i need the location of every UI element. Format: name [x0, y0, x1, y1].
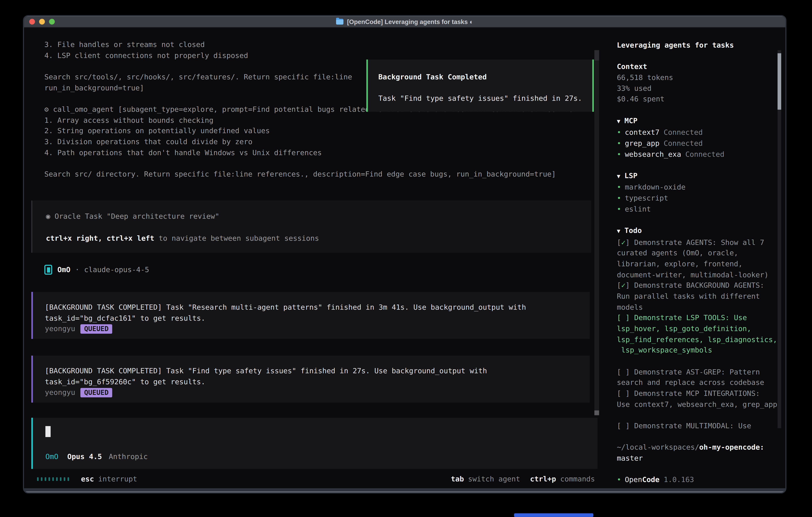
- collapse-icon: ▼: [617, 173, 620, 180]
- lsp-item-name: markdown-oxide: [625, 183, 686, 191]
- checkbox-bracket: ]: [626, 368, 634, 376]
- spacer: [46, 222, 591, 233]
- checkbox-state-icon: [621, 421, 626, 430]
- terminal-line: 4. LSP client connections not properly d…: [45, 50, 599, 61]
- esc-key-hint: esc: [81, 474, 94, 485]
- lsp-list: •markdown-oxide•typescript•eslint: [617, 182, 777, 214]
- shortcut-hint: to navigate between subagent sessions: [154, 234, 319, 242]
- close-button[interactable]: [29, 19, 35, 25]
- bullet-icon: •: [617, 205, 621, 213]
- desktop: [OpenCode] Leveraging agents for tasks ◐…: [0, 0, 812, 517]
- bullet-icon: •: [617, 139, 621, 147]
- input-provider-name: Anthropic: [109, 451, 148, 462]
- app-window: [OpenCode] Leveraging agents for tasks ◐…: [23, 15, 786, 493]
- todo-item-text: Demonstrate BACKGROUND AGENTS: Run paral…: [617, 281, 764, 311]
- shortcut-keys: ctrl+x right, ctrl+x left: [46, 234, 154, 242]
- prompt-input[interactable]: OmO Opus 4.5 Anthropic: [31, 418, 598, 469]
- workspace-prefix: ~/local-workspaces/: [617, 443, 699, 451]
- mcp-item-status: Connected: [685, 149, 724, 158]
- checkbox-state-icon: ✓: [621, 238, 626, 246]
- task-message-meta: yeongyu QUEUED: [45, 324, 590, 334]
- mcp-heading[interactable]: ▼MCP: [617, 115, 777, 127]
- mcp-item-name: context7: [625, 128, 660, 136]
- sidebar: Leveraging agents for tasks Context 66,5…: [599, 28, 785, 488]
- context-spent: $0.46 spent: [617, 93, 777, 104]
- collapse-icon: ▼: [617, 118, 620, 125]
- workspace-path: ~/local-workspaces/oh-my-opencode: maste…: [617, 442, 777, 463]
- bullet-icon: •: [617, 149, 621, 158]
- sidebar-scrollbar-thumb[interactable]: [778, 53, 781, 110]
- oracle-task-hint: ctrl+x right, ctrl+x left to navigate be…: [46, 233, 591, 244]
- checkbox-bracket: [: [617, 238, 621, 246]
- session-title: Leveraging agents for tasks: [617, 39, 777, 50]
- checkbox-bracket: [: [617, 421, 621, 430]
- context-used: 33% used: [617, 83, 777, 93]
- window-titlebar[interactable]: [OpenCode] Leveraging agents for tasks ◐: [24, 16, 785, 28]
- app-version-row: •OpenCode1.0.163: [617, 474, 777, 485]
- input-model-name: Opus 4.5: [67, 451, 102, 462]
- notification-body: Task "Find type safety issues" finished …: [378, 93, 592, 104]
- mcp-list: •context7Connected•grep_appConnected•web…: [617, 127, 777, 159]
- mcp-section: ▼MCP •context7Connected•grep_appConnecte…: [617, 115, 777, 159]
- lsp-heading-text: LSP: [625, 171, 637, 180]
- lsp-item: •typescript: [617, 193, 777, 203]
- task-author: yeongyu: [45, 324, 75, 334]
- chat-scrollbar-thumb-top[interactable]: [594, 50, 599, 61]
- separator-dot: ·: [75, 265, 80, 275]
- workspace-repo: oh-my-opencode:: [699, 443, 764, 451]
- window-title-text: [OpenCode] Leveraging agents for tasks ◐: [347, 18, 473, 25]
- todo-heading-text: Todo: [625, 226, 642, 235]
- lsp-section: ▼LSP •markdown-oxide•typescript•eslint: [617, 170, 777, 214]
- checkbox-bracket: ]: [626, 389, 634, 398]
- mcp-item: •context7Connected: [617, 127, 777, 138]
- checkbox-bracket: [: [617, 281, 621, 290]
- lsp-heading[interactable]: ▼LSP: [617, 170, 777, 182]
- checkbox-bracket: ]: [626, 238, 634, 246]
- background-task-message: [BACKGROUND TASK COMPLETED] Task "Find t…: [31, 356, 590, 403]
- ctrlp-key-label: commands: [560, 474, 595, 485]
- todo-item: [ ] Demonstrate MCP INTEGRATIONS: Use co…: [617, 388, 777, 409]
- todo-item: [ ] Demonstrate MULTIMODAL: Use: [617, 420, 777, 431]
- mcp-item-name: grep_app: [625, 139, 660, 147]
- todo-heading[interactable]: ▼Todo: [617, 225, 777, 237]
- lsp-item: •eslint: [617, 203, 777, 214]
- minimize-button[interactable]: [39, 19, 45, 25]
- window-bottom-edge: [24, 488, 785, 492]
- sidebar-scrollbar[interactable]: [778, 50, 781, 428]
- input-agent-name: OmO: [46, 451, 58, 462]
- ctrlp-key-hint: ctrl+p: [530, 474, 556, 485]
- bullet-icon: •: [617, 475, 621, 484]
- background-window-sliver: [514, 513, 593, 517]
- todo-item-text: Demonstrate LSP TOOLS: Use lsp_hover, ls…: [617, 314, 777, 354]
- notification-title: Background Task Completed: [378, 72, 592, 82]
- mcp-heading-text: MCP: [625, 116, 637, 125]
- status-bar-right: tab switch agent ctrl+p commands: [451, 474, 595, 485]
- tab-key-label: switch agent: [468, 474, 520, 485]
- window-title: [OpenCode] Leveraging agents for tasks ◐: [24, 18, 785, 25]
- context-section: Context 66,518 tokens 33% used $0.46 spe…: [617, 61, 777, 104]
- folder-icon: [336, 19, 344, 25]
- queued-badge: QUEUED: [81, 388, 112, 397]
- tab-key-hint: tab: [451, 474, 464, 485]
- checkbox-state-icon: [621, 368, 626, 376]
- task-message-text: [BACKGROUND TASK COMPLETED] Task "Resear…: [45, 302, 590, 324]
- chat-scrollbar[interactable]: [594, 50, 599, 416]
- zoom-button[interactable]: [49, 19, 55, 25]
- agent-icon-core: [47, 267, 50, 272]
- app-name-regular: Open: [625, 475, 642, 484]
- bullet-icon: •: [617, 194, 621, 202]
- spacer: [378, 82, 592, 93]
- agent-icon: [45, 265, 52, 275]
- agent-header: OmO · claude-opus-4-5: [45, 265, 599, 275]
- status-bar: esc interrupt tab switch agent ctrl+p co…: [37, 474, 595, 484]
- background-task-notification: Background Task Completed Task "Find typ…: [366, 60, 594, 112]
- bullet-icon: •: [617, 128, 621, 136]
- task-message-text: [BACKGROUND TASK COMPLETED] Task "Find t…: [45, 365, 590, 387]
- mcp-item-status: Connected: [664, 128, 703, 136]
- collapse-icon: ▼: [617, 228, 620, 235]
- terminal-line: 4. Path operations that don't handle Win…: [45, 147, 599, 158]
- chat-scrollbar-thumb-bottom[interactable]: [594, 410, 599, 415]
- workspace-branch: master: [617, 453, 777, 463]
- terminal-line: 1. Array access without bounds checking: [45, 114, 599, 125]
- lsp-item-name: eslint: [625, 205, 651, 213]
